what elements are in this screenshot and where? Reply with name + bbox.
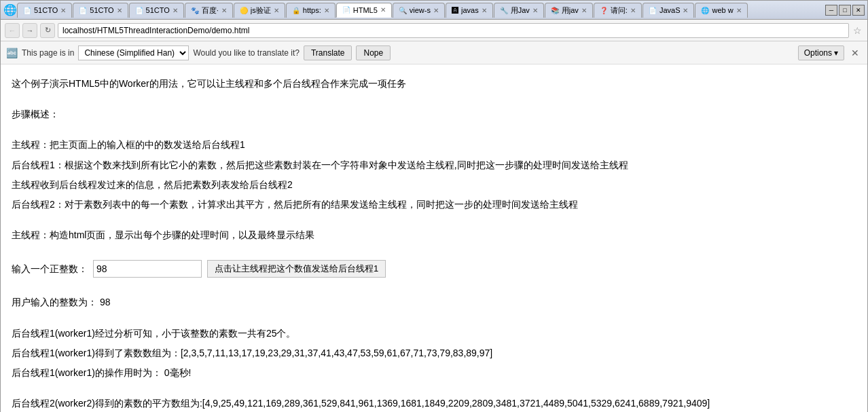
- tab-label: 用jav: [562, 5, 579, 16]
- desc-line5: 主线程收到后台线程发过来的信息，然后把素数列表发给后台线程2: [12, 176, 856, 193]
- desc-line1: 这个例子演示HTML5中的Worker的用法，它可以让主线程和多个后台线程合作来…: [12, 75, 856, 92]
- translate-button[interactable]: Translate: [304, 45, 352, 60]
- browser-tab-14[interactable]: 🌐web w✕: [695, 3, 747, 18]
- browser-tab-12[interactable]: ❓请问:✕: [594, 3, 642, 18]
- bookmark-icon[interactable]: ☆: [852, 25, 863, 36]
- browser-tab-11[interactable]: 📚用jav✕: [545, 3, 593, 18]
- tab-label: 51CTO: [90, 6, 113, 14]
- tab-close-icon[interactable]: ✕: [630, 7, 636, 14]
- desc-line6: 后台线程2：对于素数列表中的每一个素数，计算求出其平方，然后把所有的结果发送给主…: [12, 196, 856, 213]
- browser-tab-8[interactable]: 🔍view-s✕: [393, 3, 445, 18]
- number-input[interactable]: [93, 260, 202, 278]
- tab-close-icon[interactable]: ✕: [221, 7, 227, 14]
- tab-label: https:: [303, 6, 321, 14]
- options-arrow-icon: ▾: [834, 48, 838, 58]
- browser-window: 🌐 📄51CTO✕📄51CTO✕📄51CTO✕🐾百度·✕🟡js验证✕🔒https…: [0, 0, 868, 412]
- browser-tab-5[interactable]: 🟡js验证✕: [234, 3, 285, 18]
- tab-favicon: 📄: [23, 7, 31, 14]
- tab-close-icon[interactable]: ✕: [433, 7, 439, 14]
- tab-close-icon[interactable]: ✕: [60, 7, 66, 14]
- tab-favicon: 🟡: [240, 7, 248, 14]
- input-row: 输入一个正整数： 点击让主线程把这个数值发送给后台线程1: [12, 260, 856, 278]
- options-button[interactable]: Options ▾: [798, 45, 844, 60]
- tab-favicon: 📄: [135, 7, 143, 14]
- tab-label: JavaS: [659, 6, 681, 14]
- translate-question: Would you like to translate it?: [193, 48, 300, 58]
- tab-favicon: ❓: [600, 7, 608, 14]
- send-button[interactable]: 点击让主线程把这个数值发送给后台线程1: [207, 260, 386, 278]
- translate-prefix: This page is in: [22, 48, 74, 58]
- browser-tab-9[interactable]: 🅰javas✕: [446, 3, 493, 18]
- browser-tab-6[interactable]: 🔒https:✕: [286, 3, 336, 18]
- tab-favicon: 🅰: [452, 7, 458, 14]
- tab-close-icon[interactable]: ✕: [581, 7, 587, 14]
- tab-favicon: 📄: [79, 7, 87, 14]
- tab-label: web w: [712, 6, 733, 14]
- desc-line4: 后台线程1：根据这个数来找到所有比它小的素数，然后把这些素数封装在一个字符串对象…: [12, 157, 856, 174]
- back-button[interactable]: ←: [5, 23, 20, 38]
- tab-label: javas: [461, 6, 479, 14]
- tab-label: 51CTO: [146, 6, 170, 14]
- tab-label: view-s: [410, 6, 431, 14]
- title-bar: 🌐 📄51CTO✕📄51CTO✕📄51CTO✕🐾百度·✕🟡js验证✕🔒https…: [1, 1, 867, 20]
- tab-favicon: 🔒: [292, 7, 300, 14]
- tab-favicon: 🔍: [399, 7, 407, 14]
- browser-tab-2[interactable]: 📄51CTO✕: [73, 3, 128, 18]
- result-line5: 后台线程2(worker2)得到的素数的平方数组为:[4,9,25,49,121…: [12, 395, 856, 412]
- tab-close-icon[interactable]: ✕: [380, 6, 386, 14]
- window-control-button[interactable]: ✕: [852, 5, 865, 16]
- browser-tab-10[interactable]: 🔧用Jav✕: [494, 3, 544, 18]
- result-line4: 后台线程1(worker1)的操作用时为： 0毫秒!: [12, 364, 856, 381]
- tab-favicon: 🔧: [500, 7, 508, 14]
- tab-label: js验证: [251, 5, 271, 16]
- tab-label: 用Jav: [511, 5, 530, 16]
- tab-close-icon[interactable]: ✕: [173, 7, 178, 14]
- tab-favicon: 📄: [342, 6, 350, 14]
- tab-close-icon[interactable]: ✕: [532, 7, 538, 14]
- language-select[interactable]: Chinese (Simplified Han): [78, 45, 189, 60]
- tab-label: 请问:: [611, 5, 628, 16]
- tab-favicon: 🐾: [191, 7, 199, 14]
- tab-bar: 📄51CTO✕📄51CTO✕📄51CTO✕🐾百度·✕🟡js验证✕🔒https:✕…: [17, 3, 825, 18]
- nope-button[interactable]: Nope: [356, 45, 391, 60]
- browser-tab-4[interactable]: 🐾百度·✕: [185, 3, 233, 18]
- desc-line2: 步骤概述：: [12, 106, 856, 123]
- result-line3: 后台线程1(worker1)得到了素数数组为：[2,3,5,7,11,13,17…: [12, 345, 856, 362]
- desc-line3: 主线程：把主页面上的输入框的中的数发送给后台线程1: [12, 136, 856, 153]
- address-bar: ← → ↻ ☆: [1, 20, 867, 41]
- tab-close-icon[interactable]: ✕: [683, 7, 688, 14]
- browser-icon: 🌐: [3, 3, 17, 16]
- tab-favicon: 🌐: [701, 7, 709, 14]
- tab-label: 51CTO: [34, 6, 58, 14]
- tab-label: HTML5: [353, 6, 378, 14]
- options-label: Options: [804, 48, 832, 58]
- tab-favicon: 📚: [551, 7, 559, 14]
- address-input[interactable]: [58, 23, 849, 38]
- result-line1: 用户输入的整数为： 98: [12, 294, 856, 311]
- tab-close-icon[interactable]: ✕: [117, 7, 122, 14]
- desc-line7: 主线程：构造html页面，显示出每个步骤的处理时间，以及最终显示结果: [12, 227, 856, 244]
- browser-tab-1[interactable]: 📄51CTO✕: [17, 3, 72, 18]
- reload-button[interactable]: ↻: [40, 23, 55, 38]
- browser-tab-13[interactable]: 📄JavaS✕: [643, 3, 695, 18]
- tab-close-icon[interactable]: ✕: [274, 7, 279, 14]
- input-label: 输入一个正整数：: [12, 261, 88, 278]
- close-translate-button[interactable]: ✕: [848, 48, 862, 58]
- forward-button[interactable]: →: [22, 23, 37, 38]
- window-control-button[interactable]: ─: [825, 5, 837, 16]
- tab-favicon: 📄: [649, 7, 657, 14]
- translate-icon: 🔤: [6, 48, 18, 58]
- window-control-button[interactable]: □: [839, 5, 851, 16]
- translate-bar: 🔤 This page is in Chinese (Simplified Ha…: [1, 41, 867, 64]
- tab-close-icon[interactable]: ✕: [324, 7, 329, 14]
- browser-tab-7[interactable]: 📄HTML5✕: [336, 3, 392, 18]
- browser-tab-3[interactable]: 📄51CTO✕: [129, 3, 184, 18]
- page-content: 这个例子演示HTML5中的Worker的用法，它可以让主线程和多个后台线程合作来…: [1, 64, 867, 412]
- tab-label: 百度·: [202, 5, 219, 16]
- tab-close-icon[interactable]: ✕: [736, 7, 742, 14]
- window-controls: ─□✕: [825, 5, 865, 16]
- result-line2: 后台线程1(worker1)经过分析可知，小于该整数的素数一共有25个。: [12, 325, 856, 342]
- tab-close-icon[interactable]: ✕: [482, 7, 487, 14]
- browser-icon-area: 🌐: [3, 3, 17, 16]
